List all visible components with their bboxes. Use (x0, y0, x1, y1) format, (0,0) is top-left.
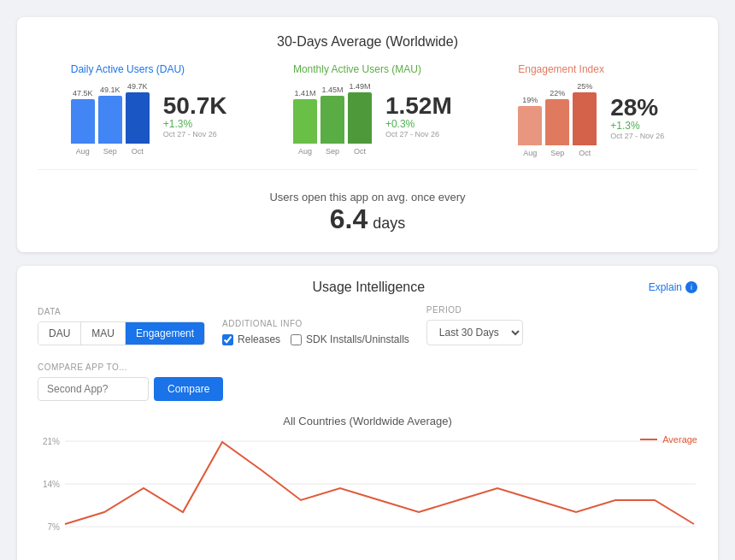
svg-text:21%: 21% (43, 437, 60, 446)
avg-value: 6.4days (38, 203, 697, 235)
engagement-label: Engagement Index (518, 63, 664, 75)
compare-input[interactable] (38, 377, 149, 401)
svg-text:14%: 14% (43, 480, 60, 489)
legend-label: Average (662, 434, 697, 445)
mau-value-block: 1.52M +0.3% Oct 27 - Nov 26 (379, 94, 452, 156)
usage-intelligence-card: Usage Intelligence Explain i DATA DAU MA… (17, 266, 718, 560)
dau-period: Oct 27 - Nov 26 (163, 130, 227, 139)
additional-info-group: ADDITIONAL INFO Releases SDK Installs/Un… (222, 319, 409, 345)
checkbox-row: Releases SDK Installs/Uninstalls (222, 333, 409, 345)
data-label: DATA (38, 307, 205, 316)
dau-bar-oct: 49.7K Oct (126, 82, 150, 156)
mau-button[interactable]: MAU (80, 322, 125, 345)
chart-svg: 21% 14% 7% 0% Dec 12 Dec 14 Dec 16 Dec 1… (38, 434, 696, 560)
engagement-bars: 19% Aug 22% Sep 25% Oct (518, 82, 597, 157)
mau-block: Monthly Active Users (MAU) 1.41M Aug 1.4… (293, 63, 452, 157)
compare-control-group: COMPARE APP TO... Compare (38, 363, 223, 401)
engagement-value-block: 28% +1.3% Oct 27 - Nov 26 (603, 96, 664, 157)
mau-value: 1.52M (385, 94, 452, 118)
controls-row: DATA DAU MAU Engagement ADDITIONAL INFO … (38, 305, 697, 401)
engagement-button[interactable]: Engagement (125, 322, 204, 345)
additional-info-label: ADDITIONAL INFO (222, 319, 409, 328)
period-label: PERIOD (426, 305, 523, 315)
engagement-block: Engagement Index 19% Aug 22% Sep (518, 63, 664, 157)
compare-button[interactable]: Compare (154, 377, 223, 401)
dau-bar-aug: 47.5K Aug (71, 89, 95, 156)
engagement-bar-sep: 22% Sep (545, 89, 569, 157)
dau-block: Daily Active Users (DAU) 47.5K Aug 49.1K… (71, 63, 227, 157)
compare-label: COMPARE APP TO... (38, 363, 223, 372)
dau-bar-sep: 49.1K Sep (98, 85, 122, 156)
dau-label: Daily Active Users (DAU) (71, 63, 227, 75)
mau-period: Oct 27 - Nov 26 (385, 130, 452, 139)
dau-bars: 47.5K Aug 49.1K Sep 49.7K Oct (71, 82, 150, 156)
engagement-bar-oct: 25% Oct (573, 82, 597, 157)
info-icon: i (685, 281, 697, 293)
mau-bar-aug: 1.41M Aug (293, 89, 317, 156)
releases-label: Releases (238, 333, 280, 345)
data-btn-group: DAU MAU Engagement (38, 321, 205, 345)
mau-change: +0.3% (385, 118, 452, 130)
avg-text: Users open this app on avg. once every (38, 191, 697, 203)
legend-line (640, 439, 657, 440)
explain-button[interactable]: Explain i (649, 281, 697, 293)
mau-bar-sep: 1.45M Sep (320, 85, 344, 156)
engagement-bar-aug: 19% Aug (518, 96, 542, 157)
svg-text:7%: 7% (48, 522, 61, 532)
data-control-group: DATA DAU MAU Engagement (38, 307, 205, 345)
engagement-value: 28% (610, 96, 664, 120)
top-card: 30-Days Average (Worldwide) Daily Active… (17, 17, 718, 252)
dau-button[interactable]: DAU (38, 322, 80, 345)
sdk-label: SDK Installs/Uninstalls (306, 333, 409, 345)
chart-legend: Average (640, 434, 697, 445)
sdk-checkbox-label[interactable]: SDK Installs/Uninstalls (291, 333, 409, 345)
sdk-checkbox[interactable] (291, 334, 302, 345)
chart-title: All Countries (Worldwide Average) (38, 415, 697, 427)
releases-checkbox-label[interactable]: Releases (222, 333, 280, 345)
metrics-row: Daily Active Users (DAU) 47.5K Aug 49.1K… (38, 63, 697, 157)
mau-label: Monthly Active Users (MAU) (293, 63, 452, 75)
engagement-change: +1.3% (610, 120, 664, 132)
period-control-group: PERIOD Last 7 Days Last 30 Days Last 90 … (426, 305, 523, 345)
dau-value: 50.7K (163, 94, 227, 118)
period-select[interactable]: Last 7 Days Last 30 Days Last 90 Days (426, 320, 523, 345)
chart-svg-wrap: Average 21% 14% 7% 0% Dec 12 Dec 14 (38, 434, 697, 560)
chart-container: All Countries (Worldwide Average) Averag… (38, 415, 697, 560)
engagement-period: Oct 27 - Nov 26 (610, 132, 664, 140)
releases-checkbox[interactable] (222, 334, 233, 345)
top-card-title: 30-Days Average (Worldwide) (38, 34, 697, 50)
dau-value-block: 50.7K +1.3% Oct 27 - Nov 26 (156, 94, 227, 156)
ui-header: Usage Intelligence Explain i (38, 280, 697, 295)
dau-change: +1.3% (163, 118, 227, 130)
ui-title: Usage Intelligence (89, 280, 649, 295)
mau-bar-oct: 1.49M Oct (348, 82, 372, 156)
compare-row: Compare (38, 377, 223, 401)
mau-bars: 1.41M Aug 1.45M Sep 1.49M Oct (293, 82, 372, 156)
